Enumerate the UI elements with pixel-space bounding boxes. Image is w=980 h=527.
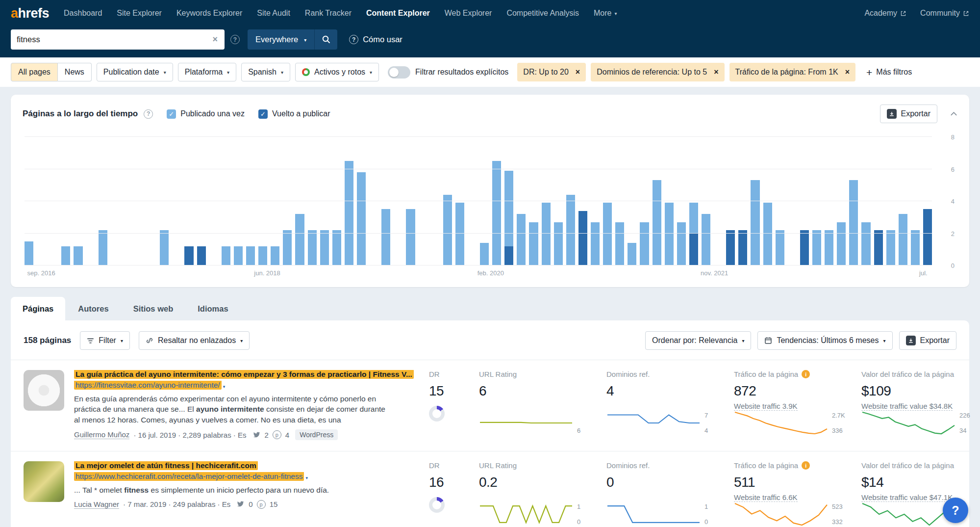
filter-chip-ref-domains: Dominios de referencia: Up to 5× [591,63,724,81]
chart-export-button[interactable]: Exportar [880,105,937,123]
result-row: La mejor omelet de atún fitness | hechic… [11,451,969,527]
author-link[interactable]: Guillermo Muñoz [74,430,129,439]
filter-chip-dr: DR: Up to 20× [517,63,586,81]
nav-dashboard[interactable]: Dashboard [64,9,102,18]
help-button[interactable]: ? [943,498,968,523]
chevron-down-icon: ▾ [121,339,123,343]
tab-paginas[interactable]: Páginas [11,297,65,320]
tab-autores[interactable]: Autores [66,297,120,320]
chevron-down-icon: ▾ [281,70,283,75]
search-input[interactable] [17,35,211,44]
metric-page-traffic: Tráfico de la páginai 511 Website traffi… [734,461,854,526]
news-segment-button[interactable]: News [58,63,92,81]
main-nav: Dashboard Site Explorer Keywords Explore… [64,9,617,18]
result-url-link[interactable]: https://fitnessvitae.com/ayuno-intermite… [74,381,417,390]
remove-filter-icon[interactable]: × [576,68,580,77]
clear-search-icon[interactable]: × [211,34,219,45]
chevron-down-icon: ▾ [305,475,308,480]
info-icon[interactable]: i [802,461,810,470]
rd-value: 0 [606,474,727,490]
result-tabs: Páginas Autores Sitios web Idiomas [11,297,969,320]
result-thumbnail[interactable] [24,370,64,411]
chevron-down-icon: ▾ [883,339,886,343]
nav-keywords-explorer[interactable]: Keywords Explorer [176,9,242,18]
chart-help-icon[interactable]: ? [144,109,153,119]
chevron-down-icon: ▾ [227,70,229,75]
traffic-value: 511 [734,474,854,490]
remove-filter-icon[interactable]: × [714,68,718,77]
nav-rank-tracker[interactable]: Rank Tracker [305,9,352,18]
result-metrics: DR 16 URL Rating 0.2 10 Dominios ref. 0 [429,461,980,526]
all-pages-segment-button[interactable]: All pages [11,63,58,81]
tab-sitios-web[interactable]: Sitios web [122,297,185,320]
legend-checkbox-published-once[interactable]: ✓ Publicado una vez [167,109,245,119]
ref-domains-sparkline [606,502,701,526]
nav-content-explorer[interactable]: Content Explorer [366,9,430,18]
website-traffic-value-label: Website traffic value $34.8K [861,402,980,410]
traffic-value: 872 [734,383,854,399]
ahrefs-logo[interactable]: ahrefs [11,6,49,21]
meta-text: · 7 mar. 2019 · 249 palabras · Es [123,500,230,508]
dr-value: 15 [429,383,464,399]
legend-checkbox-republished[interactable]: ✓ Vuelto a publicar [258,109,330,119]
publication-date-dropdown[interactable]: Publication date▾ [97,63,173,81]
result-meta: Lucia Wagner · 7 mar. 2019 · 249 palabra… [74,500,417,509]
sort-dropdown[interactable]: Ordenar por: Relevancia▾ [645,331,751,350]
remove-filter-icon[interactable]: × [845,68,850,77]
export-icon [887,109,897,119]
explicit-results-toggle[interactable] [388,66,410,79]
collapse-chart-icon[interactable] [950,111,957,116]
result-metrics: DR 15 URL Rating 6 6 Dominios ref. 4 [429,370,980,440]
rd-value: 4 [606,383,727,399]
platform-badge: WordPress [295,429,338,440]
result-title-link[interactable]: La mejor omelet de atún fitness | hechic… [74,461,417,470]
como-usar-link[interactable]: ? Cómo usar [349,35,402,44]
pinterest-count: 15 [270,500,278,508]
toggle-label: Filtrar resultados explícitos [415,68,508,77]
value-value: $109 [861,383,980,399]
info-icon[interactable]: i [802,370,810,378]
nav-more[interactable]: More▾ [594,9,617,18]
highlight-unlinked-button[interactable]: Resaltar no enlazados▾ [139,331,250,350]
pages-over-time-chart: 02468 sep. 2016jun. 2018feb. 2020nov. 20… [25,137,955,265]
nav-community[interactable]: Community [920,9,969,18]
live-broken-icon [302,68,310,76]
pages-news-segment: All pages News [11,63,92,81]
search-input-wrap: × [11,29,225,50]
metric-page-traffic: Tráfico de la páginai 872 Website traffi… [734,370,854,435]
top-nav: ahrefs Dashboard Site Explorer Keywords … [0,0,980,26]
result-title-link[interactable]: La guía práctica del ayuno intermitente:… [74,370,417,379]
platform-dropdown[interactable]: Plataforma▾ [178,63,236,81]
search-help-icon[interactable]: ? [230,35,240,44]
result-description: ... Tal * omelet fitness es simplemente … [74,485,392,495]
nav-competitive-analysis[interactable]: Competitive Analysis [506,9,579,18]
metric-dr: DR 16 [429,461,464,526]
results-export-button[interactable]: Exportar [899,331,956,350]
external-link-icon [963,10,969,17]
result-thumbnail[interactable] [24,461,64,502]
value-value: $14 [861,474,980,490]
filter-button[interactable]: Filter▾ [80,331,130,350]
chart-card-header: Páginas a lo largo del tiempo ? ✓ Public… [23,105,957,123]
nav-site-explorer[interactable]: Site Explorer [117,9,162,18]
metric-ref-domains: Dominios ref. 0 10 [606,461,727,526]
result-url-link[interactable]: https://www.hechicerafit.com/receta/la-m… [74,472,417,481]
nav-web-explorer[interactable]: Web Explorer [445,9,492,18]
scope-dropdown[interactable]: Everywhere▾ [248,29,314,50]
tab-idiomas[interactable]: Idiomas [186,297,240,320]
metric-traffic-value: Valor del tráfico de la página $109 Webs… [861,370,980,435]
chevron-down-icon: ▾ [164,70,166,75]
language-dropdown[interactable]: Spanish▾ [241,63,290,81]
nav-site-audit[interactable]: Site Audit [257,9,290,18]
twitter-count: 0 [249,500,252,508]
trends-dropdown[interactable]: Tendencias: Últimos 6 meses▾ [757,331,892,350]
live-broken-dropdown[interactable]: Activos y rotos▾ [295,63,379,81]
traffic-sparkline [734,502,828,526]
search-button[interactable] [314,29,337,50]
question-icon: ? [349,35,358,44]
export-icon [906,336,916,345]
chevron-down-icon: ▾ [742,339,744,343]
nav-academy[interactable]: Academy [864,9,906,18]
more-filters-button[interactable]: +Más filtros [866,67,912,78]
author-link[interactable]: Lucia Wagner [74,500,119,509]
